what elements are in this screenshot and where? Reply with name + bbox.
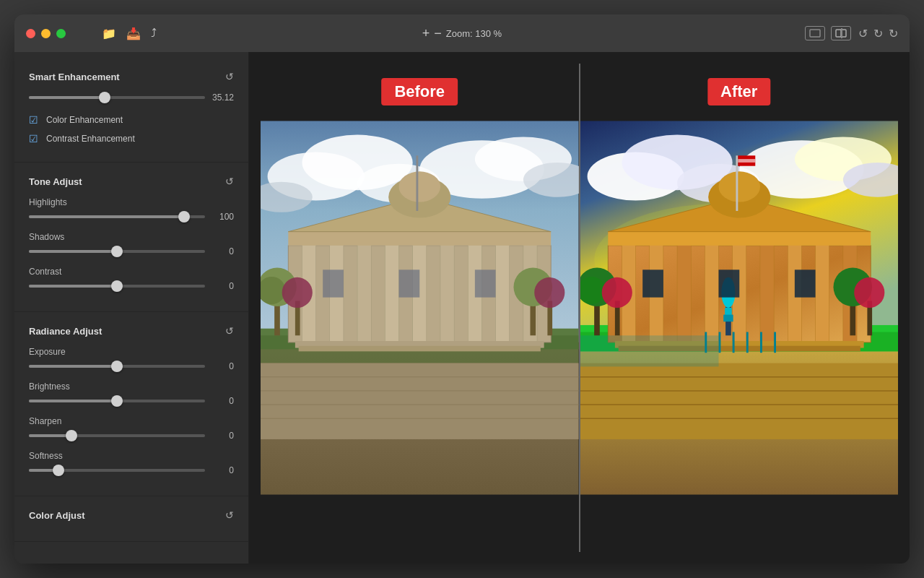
contrast-enhancement-label: Contrast Enhancement [46,134,135,144]
radiance-adjust-title: Radiance Adjust [29,326,102,337]
svg-rect-41 [399,269,420,297]
comparison-container: Before [261,64,898,552]
highlights-label-row: Highlights [29,197,234,207]
softness-label: Softness [29,451,63,461]
single-view-button[interactable] [805,26,825,40]
contrast-label-row: Contrast [29,267,234,277]
exposure-row: Exposure 0 [29,347,234,371]
svg-rect-1 [836,30,846,37]
sidebar: Smart Enhancement ↺ 35.12 ☑ [14,52,249,564]
svg-rect-100 [705,332,707,353]
brightness-track[interactable] [29,400,205,402]
after-label: After [707,78,770,105]
sharpen-value: 0 [212,431,234,441]
svg-rect-29 [299,346,541,352]
svg-rect-17 [357,238,371,342]
svg-point-38 [534,277,565,308]
highlights-value: 100 [212,212,234,222]
smart-enhancement-value: 35.12 [212,92,234,103]
zoom-label: Zoom: 130 % [446,28,502,39]
svg-point-27 [399,171,440,202]
shadows-row: Shadows 0 [29,232,234,256]
minimize-button[interactable] [41,29,51,38]
svg-rect-94 [580,363,899,439]
shadows-label: Shadows [29,232,64,242]
softness-row: Softness 0 [29,451,234,475]
exposure-label: Exposure [29,347,66,357]
svg-rect-103 [746,332,748,353]
maximize-button[interactable] [56,29,66,38]
color-adjust-reset[interactable]: ↺ [225,509,234,521]
brightness-thumb[interactable] [111,395,123,407]
contrast-value: 0 [212,281,234,291]
softness-thumb[interactable] [53,465,64,476]
traffic-lights [26,29,66,38]
main-content: Smart Enhancement ↺ 35.12 ☑ [14,52,910,564]
contrast-track[interactable] [29,285,205,288]
image-area: Before [249,52,910,564]
contrast-enhancement-checkbox[interactable]: ☑ [29,133,40,144]
color-adjust-panel: Color Adjust ↺ [14,499,248,542]
redo-button[interactable]: ↻ [873,27,883,40]
highlights-thumb[interactable] [178,211,190,223]
color-enhancement-checkbox[interactable]: ☑ [29,114,40,126]
smart-enhancement-track[interactable] [29,96,205,99]
split-view-button[interactable] [831,26,851,40]
svg-rect-67 [815,238,829,342]
titlebar-center: + − Zoom: 130 % [422,27,502,40]
sharpen-track[interactable] [29,434,205,437]
radiance-adjust-panel: Radiance Adjust ↺ Exposure 0 [14,315,248,496]
refresh-button[interactable]: ↻ [889,27,898,40]
svg-rect-101 [718,332,720,353]
svg-rect-104 [759,332,762,353]
close-button[interactable] [26,29,35,38]
shadows-value: 0 [212,246,234,256]
radiance-adjust-reset[interactable]: ↺ [225,325,234,337]
radiance-panel-header: Radiance Adjust ↺ [29,325,234,337]
smart-enhancement-reset[interactable]: ↺ [225,71,234,82]
svg-rect-90 [738,159,755,163]
shadows-track[interactable] [29,250,205,253]
before-image [261,64,579,552]
contrast-thumb[interactable] [111,280,123,292]
zoom-out-button[interactable]: − [434,27,442,40]
svg-rect-88 [736,155,738,211]
svg-rect-40 [323,269,344,297]
svg-point-83 [854,277,884,308]
shadows-thumb[interactable] [111,246,123,257]
zoom-in-button[interactable]: + [422,27,430,40]
color-panel-header: Color Adjust ↺ [29,509,234,521]
exposure-track[interactable] [29,365,205,368]
svg-rect-102 [732,332,734,353]
svg-rect-93 [794,269,815,297]
exposure-label-row: Exposure [29,347,234,357]
smart-enhancement-fill [29,96,105,99]
sharpen-thumb[interactable] [66,430,77,441]
svg-rect-18 [385,238,398,342]
exposure-fill [29,365,117,368]
svg-rect-42 [475,269,496,297]
sharpen-row: Sharpen 0 [29,416,234,441]
smart-enhancement-panel: Smart Enhancement ↺ 35.12 ☑ [14,61,248,163]
titlebar: 📁 📥 ⤴ + − Zoom: 130 % ↺ [14,14,910,52]
undo-button[interactable]: ↺ [858,27,868,40]
export-icon[interactable]: ⤴ [151,27,157,40]
tone-adjust-panel: Tone Adjust ↺ Highlights 100 [14,165,248,312]
before-label: Before [381,78,458,105]
brightness-label: Brightness [29,381,70,392]
shadows-fill [29,250,117,253]
zoom-controls: + − Zoom: 130 % [422,27,502,40]
svg-point-72 [718,171,759,202]
softness-track[interactable] [29,469,205,472]
save-icon[interactable]: 📥 [126,27,141,40]
svg-point-34 [282,277,313,308]
svg-rect-62 [677,238,691,342]
exposure-thumb[interactable] [111,361,123,372]
titlebar-right: ↺ ↻ ↻ [805,26,898,40]
color-enhancement-label: Color Enhancement [46,115,123,125]
highlights-track[interactable] [29,215,205,218]
view-toggle [805,26,851,40]
tone-adjust-reset[interactable]: ↺ [225,176,234,187]
open-folder-icon[interactable]: 📁 [102,27,116,40]
smart-enhancement-thumb[interactable] [99,92,110,103]
